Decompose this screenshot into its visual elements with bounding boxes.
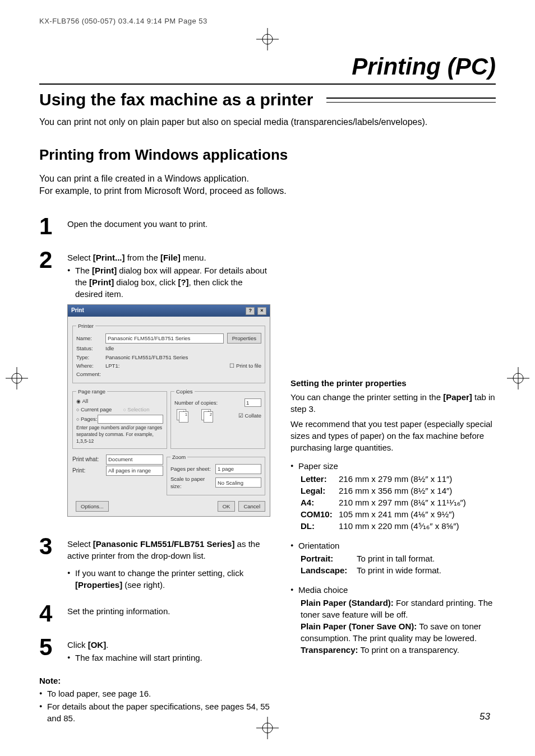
step-2: 2 Select [Print...] from the [File] menu… [39,248,270,525]
step-4-num: 4 [39,602,58,625]
media-label: Media choice [290,584,496,596]
pages-hint: Enter page numbers and/or page ranges se… [76,425,163,445]
step-3-body: Select [Panasonic FLM551/FLB751 Series] … [67,538,270,592]
right-heading: Setting the printer properties [290,377,496,389]
step-3-num: 3 [39,535,58,558]
com10-label: COM10: [301,508,339,520]
print-what-dropdown[interactable]: Document [106,454,163,465]
subtext-l2: For example, to print from Microsoft Wor… [39,186,287,196]
m3-label: Transparency: [301,645,358,655]
subheading: Printing from Windows applications [39,146,496,164]
pages-input[interactable] [98,415,163,424]
scale-dropdown[interactable]: No Scaling [215,477,261,488]
a4-val: 210 mm x 297 mm (8¼″ x 11¹¹⁄₁₆″) [339,497,466,508]
s5-bullet: The fax machine will start printing. [67,652,202,664]
help-icon[interactable]: ? [246,307,255,315]
print-to-file-checkbox[interactable]: Print to file [229,362,261,369]
note-b1: To load paper, see page 16. [39,688,270,699]
legal-val: 216 mm x 356 mm (8½″ x 14″) [339,485,452,497]
collate-illustration-1: 11 [177,409,197,423]
media-block: Plain Paper (Standard): For standard pri… [301,597,496,656]
comment-label: Comment: [76,370,105,378]
subtext: You can print a file created in a Window… [39,173,496,198]
s2-bb-b: [Print] [89,277,114,287]
dialog-title-text: Print [71,307,84,314]
s2-bb-b2: [?] [178,277,188,287]
page-range-legend: Page range [76,388,107,395]
step-1-body: Open the document you want to print. [67,218,207,230]
s2-bold2: [File] [160,253,181,262]
s2-bullet: The [Print] dialog box will appear. For … [67,265,270,300]
s2-pre: Select [67,253,93,262]
step-1-num: 1 [39,215,58,238]
a4-label: A4: [301,497,339,508]
columns: 1 Open the document you want to print. 2… [39,215,496,725]
dialog-body: Printer Name: Panasonic FLM551/FLB751 Se… [68,317,270,516]
printer-dropdown[interactable]: Panasonic FLM551/FLB751 Series [105,333,224,344]
legal-label: Legal: [301,485,339,497]
note-title: Note: [39,675,270,687]
crop-mark-right [507,367,529,389]
right-p2: We recommend that you test paper (especi… [290,418,496,453]
portrait-label: Portrait: [301,553,357,564]
step-4-body: Set the printing information. [67,605,170,617]
scale-label: Scale to paper size: [170,475,215,490]
type-label: Type: [76,354,105,361]
s2-ba: The [75,266,92,275]
titlebar-buttons: ? × [245,307,266,315]
radio-pages[interactable]: Pages: [76,415,98,423]
copies-legend: Copies [174,388,195,395]
status-label: Status: [76,345,105,352]
right-p1-pre: You can change the printer setting in th… [290,392,443,402]
radio-selection[interactable]: Selection [123,406,149,414]
printer-fieldset: Printer Name: Panasonic FLM551/FLB751 Se… [72,322,265,383]
page-number: 53 [479,711,490,722]
s3-bold: [Panasonic FLM551/FLB751 Series] [93,539,235,549]
com10-val: 105 mm x 241 mm (4⅛″ x 9½″) [339,508,455,520]
m1-label: Plain Paper (Standard): [301,598,394,607]
copies-fieldset: Copies Number of copies: 1 11 22 Collate [170,388,265,449]
zoom-legend: Zoom [170,453,187,461]
s5-post: . [106,640,108,650]
s3-bullet: If you want to change the printer settin… [67,567,270,591]
dialog-titlebar: Print ? × [68,305,270,317]
pps-dropdown[interactable]: 1 page [215,464,261,474]
s5-pre: Click [67,640,88,650]
print-pages-dropdown[interactable]: All pages in range [106,466,163,476]
step-5-num: 5 [39,636,58,659]
print-what-label: Print what: [72,456,106,463]
m2-label: Plain Paper (Toner Save ON): [301,622,417,631]
letter-val: 216 mm x 279 mm (8½″ x 11″) [339,473,452,485]
s5-bold: [OK] [88,640,107,650]
paper-sizes: Letter:216 mm x 279 mm (8½″ x 11″) Legal… [301,473,496,532]
step-2-body: Select [Print...] from the [File] menu. … [67,252,270,525]
ok-button[interactable]: OK [218,501,236,512]
header-slug: KX-FLB756 (050-057) 03.4.14 9:14 PM Page… [39,17,496,25]
radio-current-page[interactable]: Current page [76,406,112,414]
where-label: Where: [76,362,105,369]
radio-all[interactable]: All [76,397,163,405]
name-label: Name: [76,335,105,342]
options-button[interactable]: Options... [76,501,109,512]
collate-checkbox[interactable]: Collate [238,412,261,419]
dl-label: DL: [301,520,339,532]
properties-button[interactable]: Properties [227,333,261,344]
cancel-button[interactable]: Cancel [238,501,265,512]
s3-b-post: (see right). [122,580,165,590]
status-value: Idle [105,345,114,352]
step-5-body: Click [OK]. The fax machine will start p… [67,639,202,665]
s3-b-pre: If you want to change the printer settin… [75,568,243,578]
zoom-fieldset: Zoom Pages per sheet:1 page Scale to pap… [167,453,265,495]
note-b2: For details about the paper specificatio… [39,701,270,724]
svg-point-0 [262,34,273,44]
close-icon[interactable]: × [257,307,266,315]
num-copies-input[interactable]: 1 [245,398,261,407]
s2-bold1: [Print...] [93,253,125,262]
left-column: 1 Open the document you want to print. 2… [39,215,270,725]
pps-label: Pages per sheet: [170,465,215,472]
main-title: Printing (PC) [39,53,496,80]
svg-point-6 [12,373,22,383]
portrait-val: To print in tall format. [357,553,435,564]
landscape-val: To print in wide format. [357,564,441,576]
orientation-block: Portrait:To print in tall format. Landsc… [301,553,496,576]
